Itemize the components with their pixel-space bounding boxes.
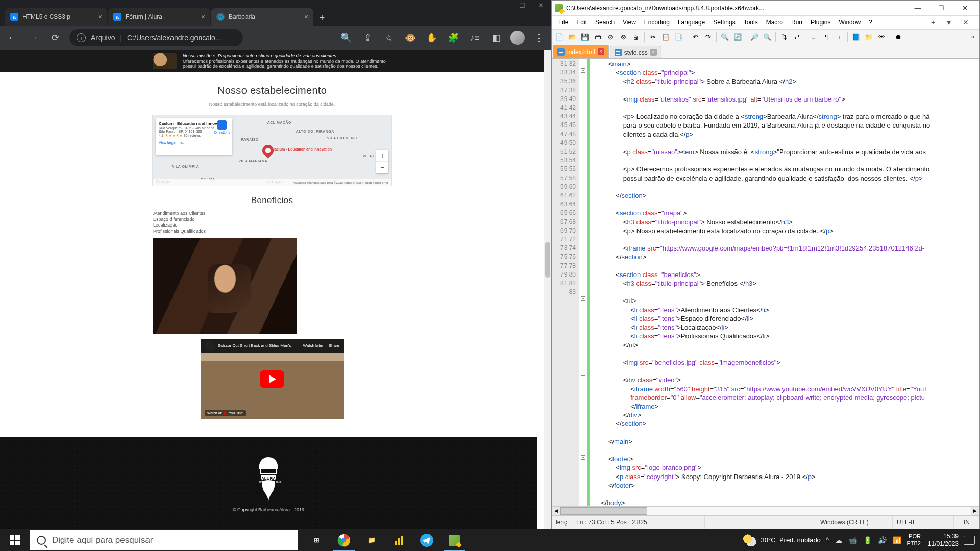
- folder-workspace-icon[interactable]: 📁: [863, 31, 874, 42]
- menu-macro[interactable]: Macro: [763, 17, 787, 28]
- undo-icon[interactable]: ↶: [690, 31, 701, 42]
- media-icon[interactable]: ♪≡: [468, 31, 482, 45]
- meet-now-icon[interactable]: 📹: [848, 536, 857, 544]
- add-icon[interactable]: +: [927, 17, 939, 28]
- menu-edit[interactable]: Edit: [573, 17, 591, 28]
- close-file-icon[interactable]: ⊘: [605, 31, 616, 42]
- scroll-right-icon[interactable]: ▶: [971, 507, 979, 515]
- tab-close-icon[interactable]: ×: [650, 49, 657, 56]
- status-mode[interactable]: IN: [954, 516, 979, 529]
- extensions-icon[interactable]: 🧩: [446, 31, 460, 45]
- zoom-icon[interactable]: 🔍: [339, 31, 353, 45]
- wifi-icon[interactable]: 📶: [893, 536, 901, 544]
- menu-run[interactable]: Run: [788, 17, 806, 28]
- zoom-out-icon[interactable]: 🔍: [762, 31, 773, 42]
- close-icon[interactable]: ✕: [959, 17, 972, 28]
- fold-box-icon[interactable]: −: [581, 270, 585, 274]
- scrollbar-thumb[interactable]: [560, 507, 647, 515]
- taskbar-app-telegram[interactable]: [413, 529, 440, 551]
- channel-avatar-icon[interactable]: [205, 341, 215, 351]
- notifications-icon[interactable]: [964, 536, 975, 545]
- language-indicator[interactable]: PORPTB2: [906, 533, 921, 546]
- browser-tab-1[interactable]: a Fórum | Alura - ×: [108, 8, 210, 26]
- new-tab-button[interactable]: +: [314, 10, 330, 26]
- fold-margin[interactable]: − − − − − − −: [579, 59, 587, 506]
- status-eol[interactable]: Windows (CR LF): [816, 516, 893, 529]
- tab-close-icon[interactable]: ×: [201, 13, 205, 21]
- window-maximize[interactable]: ☐: [519, 2, 525, 9]
- editor-h-scrollbar[interactable]: ◀ ▶: [552, 506, 979, 515]
- start-button[interactable]: [0, 529, 30, 551]
- map-directions-button[interactable]: Directions: [214, 120, 230, 134]
- sidepanel-icon[interactable]: ◧: [489, 31, 503, 45]
- sync-h-icon[interactable]: ⇄: [791, 31, 802, 42]
- doc-tab-style[interactable]: style.css ×: [610, 46, 662, 58]
- close-all-icon[interactable]: ⊗: [618, 31, 629, 42]
- code-area[interactable]: <main> <section class="principal"> <h2 c…: [591, 59, 979, 506]
- scroll-left-icon[interactable]: ◀: [552, 507, 560, 515]
- watch-on-youtube[interactable]: Watch on ▶YouTube: [205, 410, 246, 416]
- reload-button[interactable]: ⟳: [48, 31, 62, 45]
- zoom-in-icon[interactable]: 🔎: [749, 31, 760, 42]
- taskbar-app-powerbi[interactable]: [385, 529, 413, 551]
- menu-tools[interactable]: Tools: [740, 17, 762, 28]
- menu-view[interactable]: View: [619, 17, 640, 28]
- save-all-icon[interactable]: 🗃: [592, 31, 603, 42]
- forward-button[interactable]: →: [27, 31, 41, 45]
- extension-icon-2[interactable]: ✋: [425, 31, 439, 45]
- task-view-icon[interactable]: ⊞: [303, 529, 330, 551]
- back-button[interactable]: ←: [5, 31, 19, 45]
- tab-close-icon[interactable]: ×: [98, 13, 102, 21]
- window-minimize[interactable]: —: [906, 1, 929, 15]
- tab-close-icon[interactable]: ×: [304, 13, 308, 21]
- map-zoom-out[interactable]: −: [376, 162, 388, 173]
- menu-settings[interactable]: Settings: [709, 17, 739, 28]
- address-bar[interactable]: i Arquivo | C:/Users/alexandre.goncalo..…: [69, 29, 243, 46]
- browser-tab-2[interactable]: 🌐 Barbearia ×: [211, 8, 313, 26]
- redo-icon[interactable]: ↷: [702, 31, 714, 42]
- taskbar-app-notepadpp[interactable]: [440, 529, 468, 551]
- window-close[interactable]: ✕: [538, 2, 544, 9]
- volume-icon[interactable]: 🔊: [878, 536, 887, 544]
- map-zoom-in[interactable]: +: [376, 150, 388, 162]
- bookmark-icon[interactable]: ☆: [382, 31, 396, 45]
- dropdown-icon[interactable]: ▼: [942, 17, 956, 28]
- battery-icon[interactable]: 🔋: [863, 536, 872, 544]
- cut-icon[interactable]: ✂: [647, 31, 658, 42]
- toolbar-overflow-icon[interactable]: »: [971, 33, 977, 40]
- open-file-icon[interactable]: 📂: [567, 31, 578, 42]
- share-icon[interactable]: ⇪: [360, 31, 375, 45]
- menu-window[interactable]: Window: [835, 17, 864, 28]
- menu-icon[interactable]: ⋮: [532, 31, 546, 45]
- replace-icon[interactable]: 🔄: [732, 31, 743, 42]
- google-map-embed[interactable]: ACLIMAÇÃO PARAÍSO VILA MARIANA ALTO DO I…: [152, 115, 392, 186]
- indent-guide-icon[interactable]: ⫾: [834, 31, 845, 42]
- site-info-icon[interactable]: i: [77, 33, 86, 42]
- copy-icon[interactable]: 📋: [660, 31, 671, 42]
- fold-box-icon[interactable]: −: [581, 455, 585, 460]
- profile-avatar[interactable]: [510, 31, 525, 45]
- sync-v-icon[interactable]: ⇅: [778, 31, 790, 42]
- fold-box-icon[interactable]: −: [581, 60, 585, 64]
- function-list-icon[interactable]: 📘: [850, 31, 862, 42]
- menu-encoding[interactable]: Encoding: [641, 17, 673, 28]
- fold-box-icon[interactable]: −: [581, 209, 585, 213]
- menu-plugins[interactable]: Plugins: [807, 17, 834, 28]
- monitoring-icon[interactable]: 👁: [876, 31, 887, 42]
- fold-box-icon[interactable]: −: [581, 375, 585, 380]
- show-all-icon[interactable]: ¶: [821, 31, 832, 42]
- browser-tab-0[interactable]: a HTML5 e CSS3 p ×: [5, 8, 107, 26]
- record-macro-icon[interactable]: ⏺: [893, 31, 904, 42]
- menu-language[interactable]: Language: [674, 17, 708, 28]
- print-icon[interactable]: 🖨: [630, 31, 642, 42]
- wordwrap-icon[interactable]: ≡: [808, 31, 819, 42]
- scrollbar-thumb[interactable]: [545, 242, 550, 278]
- window-minimize[interactable]: —: [500, 2, 506, 9]
- window-maximize[interactable]: ☐: [929, 1, 953, 15]
- taskbar-app-chrome[interactable]: [330, 529, 358, 551]
- status-encoding[interactable]: UTF-8: [893, 516, 954, 529]
- tab-close-icon[interactable]: ×: [598, 48, 604, 55]
- onedrive-icon[interactable]: ☁: [835, 536, 842, 544]
- page-scrollbar[interactable]: [544, 50, 551, 529]
- save-icon[interactable]: 💾: [579, 31, 591, 42]
